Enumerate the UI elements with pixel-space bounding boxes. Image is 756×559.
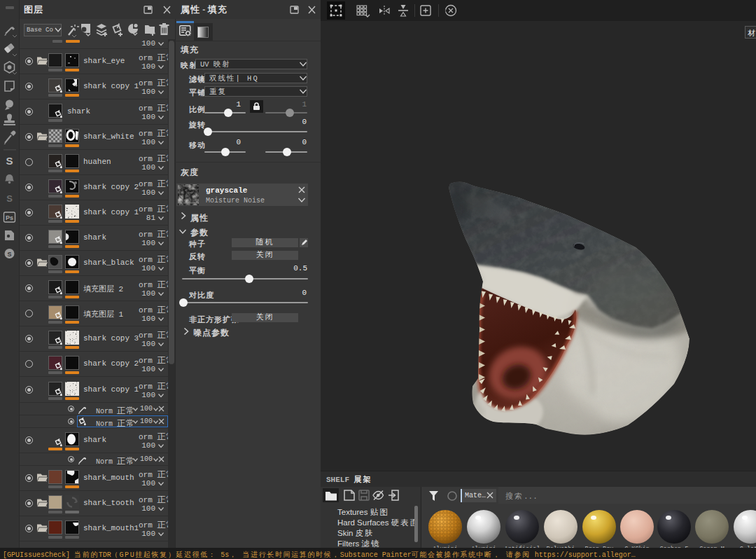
svg-text:Ps: Ps <box>6 214 13 221</box>
svg-text:S: S <box>6 155 13 167</box>
svg-text:S: S <box>7 251 11 258</box>
svg-text:S: S <box>6 193 13 204</box>
